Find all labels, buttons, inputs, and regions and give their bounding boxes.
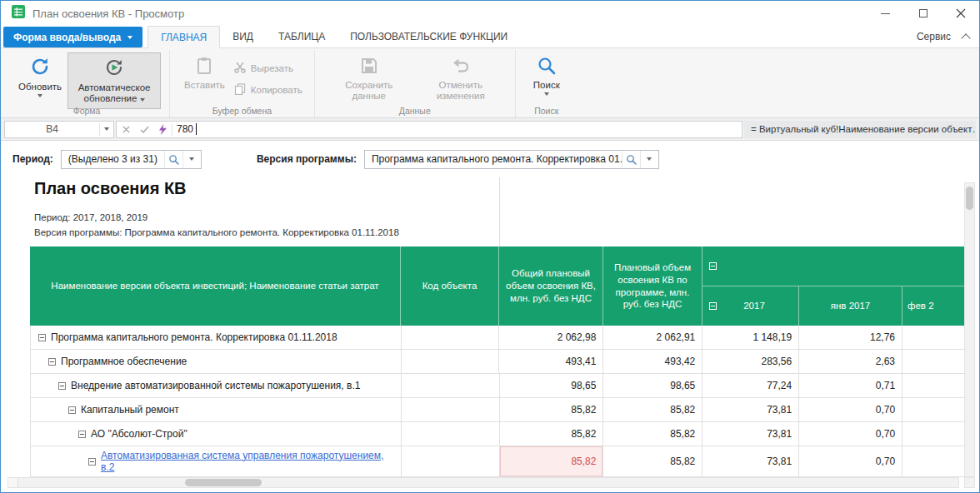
collapse-icon[interactable]	[68, 406, 76, 414]
cell-jan[interactable]: 2,63	[799, 350, 902, 374]
header-total[interactable]: Общий плановый объем освоения КВ, млн. р…	[499, 246, 603, 326]
cell-program[interactable]: 2 062,91	[603, 326, 702, 350]
vertical-scrollbar-thumb[interactable]	[966, 187, 973, 210]
cancel-entry-button[interactable]	[117, 126, 135, 133]
undo-changes-button[interactable]: Отменить изменения	[415, 52, 507, 106]
cell-total[interactable]: 2 062,98	[499, 326, 603, 350]
maximize-button[interactable]	[904, 1, 942, 26]
cell-code[interactable]	[402, 446, 500, 477]
version-search-button[interactable]	[622, 151, 640, 168]
cell-name[interactable]: Автоматизированная система управления по…	[31, 446, 402, 477]
cell-name[interactable]: Программное обеспечение	[31, 350, 402, 374]
cell-year[interactable]: 1 148,19	[702, 326, 799, 350]
auto-refresh-button[interactable]: Автоматическое обновление	[68, 52, 161, 109]
collapse-icon[interactable]	[709, 262, 717, 270]
horizontal-scrollbar-thumb[interactable]	[185, 479, 262, 486]
cell-year[interactable]: 73,81	[702, 398, 799, 422]
collapse-icon[interactable]	[78, 431, 86, 438]
version-dropdown-button[interactable]	[640, 151, 658, 168]
cell-year[interactable]: 73,81	[702, 422, 799, 446]
refresh-button[interactable]: Обновить	[12, 52, 68, 101]
header-code[interactable]: Код объекта	[401, 246, 499, 326]
cell-code[interactable]	[402, 398, 500, 422]
cell-feb[interactable]	[902, 398, 966, 422]
cell-code[interactable]	[402, 422, 500, 446]
cell-feb[interactable]	[902, 326, 966, 350]
formula-value: 780	[172, 123, 193, 135]
cell-feb[interactable]	[902, 350, 966, 374]
cell-name[interactable]: Программа капитального ремонта. Корректи…	[31, 326, 402, 350]
tab-user-functions[interactable]: ПОЛЬЗОВАТЕЛЬСКИЕ ФУНКЦИИ	[338, 26, 520, 47]
report-period-line: Период: 2017, 2018, 2019	[34, 212, 148, 222]
cell-program[interactable]: 98,65	[603, 374, 702, 398]
cell-code[interactable]	[402, 326, 500, 350]
cell-feb[interactable]	[902, 422, 966, 446]
io-form-button[interactable]: Форма ввода/вывода	[3, 27, 142, 47]
close-button[interactable]	[942, 1, 979, 26]
paste-button[interactable]: Вставить	[178, 52, 231, 94]
cell-feb[interactable]	[902, 446, 966, 477]
cell-program[interactable]: 85,82	[603, 422, 702, 446]
cell-name[interactable]: Внедрение автоматизированной системы пож…	[31, 374, 402, 398]
cell-total-selected[interactable]: 85,82	[500, 446, 604, 477]
cell-total[interactable]: 98,65	[500, 374, 604, 398]
cell-program[interactable]: 493,42	[603, 350, 702, 374]
cell-jan[interactable]: 12,76	[799, 326, 902, 350]
cell-reference-box[interactable]: B4	[4, 121, 114, 138]
period-dropdown-button[interactable]	[182, 151, 201, 168]
scrollbar-splitter[interactable]	[8, 478, 18, 487]
tab-tablitsa[interactable]: ТАБЛИЦА	[266, 26, 338, 47]
collapse-icon[interactable]	[58, 382, 66, 390]
cell-program[interactable]: 85,82	[603, 398, 702, 422]
cell-year[interactable]: 73,81	[702, 446, 799, 477]
cell-name[interactable]: Капитальный ремонт	[31, 398, 402, 422]
confirm-entry-button[interactable]	[135, 126, 153, 133]
horizontal-scrollbar[interactable]	[8, 477, 959, 488]
cut-label: Вырезать	[251, 63, 293, 73]
cell-year[interactable]: 283,56	[702, 350, 799, 374]
cell-program[interactable]: 85,82	[603, 446, 702, 477]
period-filter-label: Период:	[12, 153, 53, 165]
formula-input[interactable]: 780	[116, 121, 742, 138]
collapse-icon[interactable]	[88, 458, 96, 466]
header-feb-2017[interactable]: фев 2	[902, 286, 966, 326]
period-group-header[interactable]	[702, 246, 966, 286]
header-program[interactable]: Плановый объем освоения КВ по программе,…	[603, 246, 702, 326]
period-search-button[interactable]	[164, 151, 182, 168]
cell-jan[interactable]: 0,71	[799, 374, 902, 398]
period-filter-combo[interactable]: (Выделено 3 из 31)	[61, 150, 202, 169]
collapse-icon[interactable]	[38, 334, 46, 341]
service-menu[interactable]: Сервис	[917, 31, 951, 42]
collapse-ribbon-icon[interactable]	[961, 33, 970, 42]
lightning-icon	[158, 124, 168, 135]
cell-jan[interactable]: 0,70	[799, 398, 902, 422]
collapse-icon[interactable]	[709, 302, 717, 310]
cell-year[interactable]: 77,24	[702, 374, 799, 398]
header-year-2017[interactable]: 2017	[702, 286, 799, 326]
header-name[interactable]: Наименование версии объекта инвестиций; …	[30, 246, 401, 326]
cell-total[interactable]: 85,82	[500, 422, 604, 446]
cell-jan[interactable]: 0,70	[799, 446, 902, 477]
minimize-button[interactable]	[867, 1, 904, 26]
version-filter-combo[interactable]: Программа капитального ремонта. Корректи…	[364, 150, 659, 169]
vertical-scrollbar[interactable]	[964, 182, 975, 477]
copy-button[interactable]: Копировать	[231, 82, 306, 97]
cell-jan[interactable]: 0,70	[799, 422, 902, 446]
group-label-search: Поиск	[516, 106, 578, 116]
search-button[interactable]: Поиск	[524, 52, 569, 99]
cell-code[interactable]	[402, 350, 500, 374]
tab-glavnaya[interactable]: ГЛАВНАЯ	[148, 26, 220, 48]
cell-code[interactable]	[402, 374, 500, 398]
header-jan-2017[interactable]: янв 2017	[799, 286, 902, 326]
cut-button[interactable]: Вырезать	[231, 61, 306, 76]
tab-vid[interactable]: ВИД	[220, 26, 266, 47]
function-button[interactable]	[153, 124, 172, 135]
object-link[interactable]: Автоматизированная система управления по…	[101, 450, 396, 474]
cell-total[interactable]: 493,41	[499, 350, 603, 374]
save-data-button[interactable]: Сохранить данные	[323, 52, 415, 106]
cell-total[interactable]: 85,82	[500, 398, 604, 422]
undo-changes-label: Отменить изменения	[421, 80, 501, 102]
cell-name[interactable]: АО "Абсолют-Строй"	[31, 422, 402, 446]
cell-feb[interactable]	[902, 374, 966, 398]
collapse-icon[interactable]	[48, 358, 56, 366]
